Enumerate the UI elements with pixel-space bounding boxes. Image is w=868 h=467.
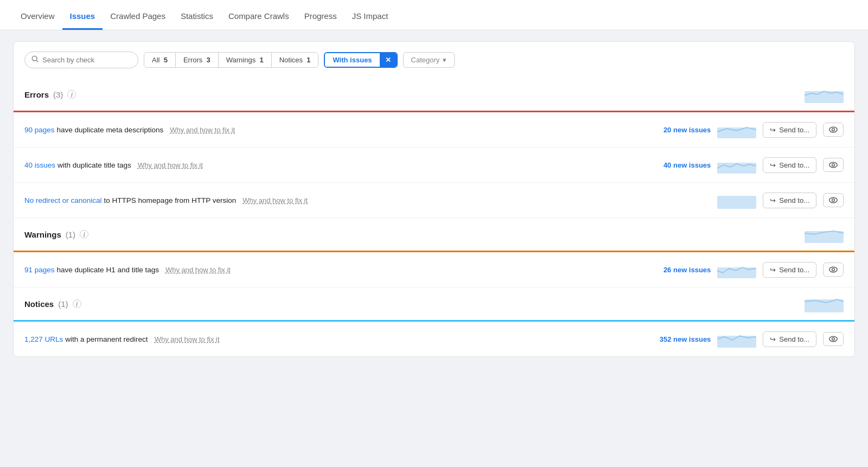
- svg-point-8: [832, 164, 835, 167]
- notice-row-1: 1,227 URLs with a permanent redirect Why…: [14, 322, 854, 356]
- send-to-icon-w1: ↪: [770, 266, 776, 274]
- with-issues-label[interactable]: With issues: [325, 53, 379, 67]
- notice-row-1-send-to-button[interactable]: ↪ Send to...: [763, 331, 816, 347]
- warning-row-1-text: 91 pages have duplicate H1 and title tag…: [24, 266, 639, 274]
- search-input[interactable]: [42, 56, 131, 64]
- error-row-2-link[interactable]: 40 issues: [24, 161, 55, 169]
- warning-row-1-send-to-button[interactable]: ↪ Send to...: [763, 262, 816, 278]
- nav-progress[interactable]: Progress: [297, 11, 344, 30]
- svg-point-11: [832, 199, 835, 202]
- send-to-label: Send to...: [779, 126, 809, 134]
- filter-tabs: All 5 Errors 3 Warnings 1 Notices 1: [144, 52, 318, 68]
- error-row-1-description: have duplicate meta descriptions: [57, 126, 164, 134]
- error-row-3-chart: [717, 191, 756, 209]
- error-row-2-new-issues: 40 new issues: [646, 161, 711, 169]
- warning-row-1-eye-button[interactable]: [823, 263, 844, 277]
- errors-chart: [805, 86, 844, 103]
- svg-point-4: [829, 127, 837, 132]
- filter-all[interactable]: All 5: [144, 53, 176, 67]
- error-row-3-send-to-button[interactable]: ↪ Send to...: [763, 193, 816, 208]
- send-to-icon-n1: ↪: [770, 335, 776, 343]
- svg-point-14: [829, 267, 837, 272]
- warning-row-1-chart: [717, 261, 756, 278]
- error-row-3-description: to HTTPS homepage from HTTP version: [104, 196, 237, 204]
- error-row-2-description: with duplicate title tags: [58, 161, 131, 169]
- filter-bar: All 5 Errors 3 Warnings 1 Notices 1 With…: [14, 42, 854, 78]
- notices-section-header: Notices (1) i: [14, 287, 854, 320]
- search-box[interactable]: [24, 52, 138, 68]
- error-row-2-fix-link[interactable]: Why and how to fix it: [138, 161, 203, 169]
- error-row-1-text: 90 pages have duplicate meta description…: [24, 126, 639, 134]
- search-icon: [31, 55, 39, 65]
- send-to-icon: ↪: [770, 126, 776, 134]
- warnings-title-text: Warnings: [24, 230, 61, 239]
- errors-title: Errors (3) i: [24, 90, 76, 99]
- notices-title: Notices (1) i: [24, 299, 81, 309]
- errors-count: (3): [53, 90, 63, 99]
- svg-point-15: [832, 268, 835, 271]
- notice-row-1-eye-button[interactable]: [823, 332, 844, 346]
- error-row-1-new-issues: 20 new issues: [646, 126, 711, 134]
- filter-warnings[interactable]: Warnings 1: [219, 53, 272, 67]
- error-row-2-chart: [717, 156, 756, 174]
- warnings-count: (1): [66, 230, 75, 239]
- svg-rect-9: [717, 196, 756, 209]
- error-row-3-eye-button[interactable]: [823, 193, 844, 207]
- error-row-1-fix-link[interactable]: Why and how to fix it: [170, 126, 235, 134]
- nav-statistics[interactable]: Statistics: [173, 11, 221, 30]
- notice-row-1-description: with a permanent redirect: [65, 335, 148, 343]
- warning-row-1-fix-link[interactable]: Why and how to fix it: [165, 266, 231, 274]
- filter-notices[interactable]: Notices 1: [272, 53, 318, 67]
- error-row-1-chart: [717, 121, 756, 138]
- notices-title-text: Notices: [24, 299, 54, 309]
- with-issues-filter: With issues ✕: [324, 52, 397, 68]
- error-row-1-eye-button[interactable]: [823, 123, 844, 137]
- nav-issues[interactable]: Issues: [62, 11, 103, 30]
- error-row-2-eye-button[interactable]: [823, 158, 844, 172]
- error-row-2-send-to-button[interactable]: ↪ Send to...: [763, 157, 816, 173]
- category-dropdown[interactable]: Category ▾: [403, 52, 455, 68]
- warning-row-1-description: have duplicate H1 and title tags: [57, 266, 159, 274]
- warning-row-1-new-issues: 26 new issues: [646, 266, 711, 274]
- warnings-title: Warnings (1) i: [24, 230, 88, 239]
- svg-point-7: [829, 162, 837, 168]
- send-to-icon-3: ↪: [770, 196, 776, 204]
- error-row-3-link[interactable]: No redirect or canonical: [24, 196, 102, 204]
- notice-row-1-text: 1,227 URLs with a permanent redirect Why…: [24, 335, 639, 343]
- with-issues-clear-button[interactable]: ✕: [380, 53, 397, 67]
- svg-rect-3: [717, 127, 756, 138]
- svg-point-10: [829, 197, 837, 203]
- svg-line-1: [36, 60, 38, 62]
- notices-info-icon[interactable]: i: [73, 299, 81, 308]
- error-row-3-text: No redirect or canonical to HTTPS homepa…: [24, 196, 639, 204]
- errors-info-icon[interactable]: i: [67, 90, 76, 99]
- error-row-3-fix-link[interactable]: Why and how to fix it: [242, 196, 308, 204]
- error-row-1-send-to-button[interactable]: ↪ Send to...: [763, 122, 816, 138]
- warning-row-1-link[interactable]: 91 pages: [24, 266, 55, 274]
- category-label: Category: [411, 56, 440, 64]
- svg-point-5: [832, 129, 835, 131]
- error-row-3: No redirect or canonical to HTTPS homepa…: [14, 183, 854, 218]
- send-to-icon-2: ↪: [770, 161, 776, 169]
- error-row-2: 40 issues with duplicate title tags Why …: [14, 148, 854, 183]
- warnings-chart: [805, 226, 844, 243]
- warning-row-1: 91 pages have duplicate H1 and title tag…: [14, 252, 854, 287]
- notice-row-1-link[interactable]: 1,227 URLs: [24, 335, 63, 343]
- warnings-info-icon[interactable]: i: [80, 230, 88, 239]
- send-to-label-n1: Send to...: [779, 335, 809, 343]
- errors-section-header: Errors (3) i: [14, 78, 854, 111]
- errors-title-text: Errors: [24, 90, 49, 99]
- notice-row-1-chart: [717, 330, 756, 348]
- nav-js-impact[interactable]: JS Impact: [344, 11, 396, 30]
- notice-row-1-fix-link[interactable]: Why and how to fix it: [155, 335, 220, 343]
- nav-compare-crawls[interactable]: Compare Crawls: [221, 11, 297, 30]
- error-row-1-link[interactable]: 90 pages: [24, 126, 55, 134]
- notice-row-1-new-issues: 352 new issues: [646, 335, 711, 343]
- nav-crawled-pages[interactable]: Crawled Pages: [103, 11, 173, 30]
- warnings-section-header: Warnings (1) i: [14, 218, 854, 251]
- send-to-label-2: Send to...: [779, 161, 809, 169]
- chevron-down-icon: ▾: [443, 56, 446, 64]
- filter-errors[interactable]: Errors 3: [176, 53, 219, 67]
- nav-overview[interactable]: Overview: [13, 11, 62, 30]
- error-row-1: 90 pages have duplicate meta description…: [14, 112, 854, 148]
